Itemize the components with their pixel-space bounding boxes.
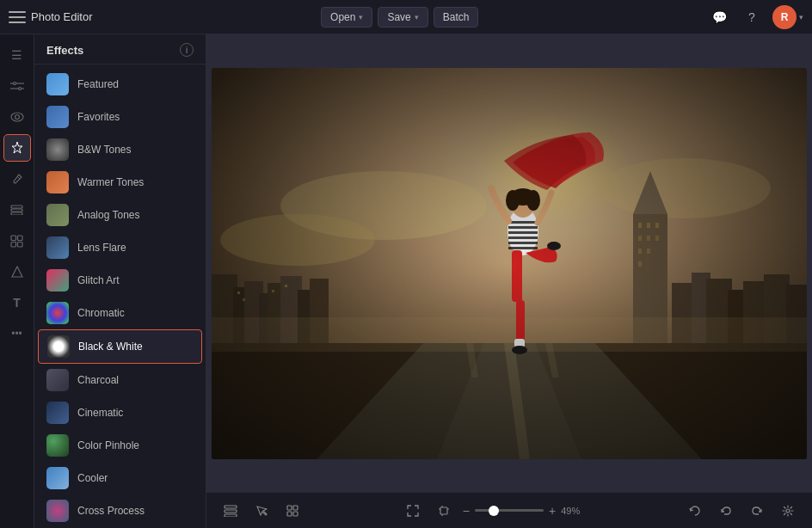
photo-canvas: [212, 68, 807, 459]
svg-point-3: [18, 88, 21, 90]
effect-name-lens-flare: Lens Flare: [77, 242, 126, 254]
canvas-main: [206, 34, 812, 492]
select-tool-button[interactable]: [249, 499, 274, 523]
svg-rect-82: [293, 506, 298, 510]
sidebar-item-text[interactable]: T: [3, 289, 31, 316]
sidebar-item-preview[interactable]: [3, 103, 31, 131]
svg-marker-16: [12, 267, 22, 277]
effect-name-analog-tones: Analog Tones: [77, 209, 140, 221]
user-avatar-wrapper[interactable]: R ▾: [772, 5, 803, 29]
objects-icon: [10, 235, 23, 248]
grid-view-button[interactable]: [280, 499, 304, 523]
svg-rect-14: [11, 242, 16, 247]
effect-item-cinematic[interactable]: Cinematic: [34, 396, 206, 429]
main-content: ☰: [0, 34, 812, 528]
photo-image: [212, 68, 807, 459]
sidebar-item-brush[interactable]: [3, 165, 31, 193]
svg-rect-10: [11, 209, 22, 212]
text-icon: T: [13, 296, 21, 310]
effect-icon-lens-flare: [46, 236, 69, 259]
toolbar-center: − + 49%: [401, 499, 587, 523]
topbar: Photo Editor Open ▾ Save ▾ Batch 💬 ? R ▾: [0, 0, 812, 34]
svg-rect-13: [18, 236, 23, 241]
open-button[interactable]: Open ▾: [321, 7, 372, 28]
fit-screen-button[interactable]: [401, 499, 425, 523]
menu-icon[interactable]: [9, 11, 26, 23]
chat-icon[interactable]: 💬: [707, 5, 731, 29]
effect-item-color-pinhole[interactable]: Color Pinhole: [34, 429, 206, 462]
open-chevron-icon: ▾: [359, 13, 363, 21]
effect-item-featured[interactable]: Featured: [34, 68, 206, 101]
effect-item-analog-tones[interactable]: Analog Tones: [34, 199, 206, 231]
effect-item-favorites[interactable]: Favorites: [34, 101, 206, 133]
shape-icon: [11, 266, 23, 278]
canvas-settings-button[interactable]: [776, 499, 800, 523]
zoom-slider[interactable]: [475, 509, 544, 512]
effect-name-cinematic: Cinematic: [77, 407, 123, 419]
svg-rect-12: [11, 236, 16, 241]
brush-icon: [11, 173, 23, 185]
effect-name-black-white: Black & White: [78, 341, 143, 353]
effect-icon-cinematic: [46, 402, 69, 424]
crop-button[interactable]: [432, 499, 456, 523]
avatar[interactable]: R: [772, 5, 797, 29]
adjustments-icon: [10, 79, 24, 93]
reset-button[interactable]: [683, 499, 707, 523]
effects-list: FeaturedFavoritesB&W TonesWarmer TonesAn…: [34, 64, 206, 528]
zoom-out-button[interactable]: −: [463, 504, 470, 518]
sidebar-item-shape[interactable]: [3, 258, 31, 285]
effect-icon-bw-tones: [46, 138, 69, 161]
effect-icon-analog-tones: [46, 204, 69, 226]
effect-name-glitch-art: Glitch Art: [77, 274, 120, 286]
effect-item-chromatic[interactable]: Chromatic: [34, 297, 206, 329]
save-button[interactable]: Save ▾: [378, 7, 428, 28]
sidebar-item-more[interactable]: •••: [3, 320, 31, 347]
sidebar-item-objects[interactable]: [3, 227, 31, 255]
more-icon: •••: [11, 328, 22, 340]
svg-point-90: [786, 509, 790, 513]
redo-button[interactable]: [745, 499, 769, 523]
svg-rect-77: [212, 68, 807, 459]
effect-icon-color-pinhole: [46, 434, 69, 457]
sidebar-item-effects[interactable]: [3, 134, 31, 162]
svg-rect-84: [293, 512, 298, 516]
info-icon[interactable]: i: [180, 43, 194, 57]
effect-icon-glitch-art: [46, 269, 69, 292]
svg-rect-81: [287, 506, 292, 510]
svg-rect-11: [11, 212, 22, 215]
svg-rect-83: [287, 512, 292, 516]
sidebar-item-layers[interactable]: [3, 196, 31, 224]
topbar-center: Open ▾ Save ▾ Batch: [93, 7, 707, 28]
undo-button[interactable]: [714, 499, 738, 523]
effect-name-featured: Featured: [77, 78, 119, 90]
effect-name-cross-process: Cross Process: [77, 505, 145, 517]
effect-name-bw-tones: B&W Tones: [77, 144, 131, 156]
help-icon[interactable]: ?: [740, 5, 764, 29]
effects-panel: Effects i FeaturedFavoritesB&W TonesWarm…: [34, 34, 206, 528]
effect-item-cooler[interactable]: Cooler: [34, 462, 206, 494]
sidebar-item-adjustments[interactable]: [3, 72, 31, 100]
svg-rect-85: [440, 507, 447, 514]
effect-item-bw-tones[interactable]: B&W Tones: [34, 133, 206, 166]
effect-name-warmer-tones: Warmer Tones: [77, 176, 144, 188]
svg-point-0: [13, 83, 15, 85]
effect-icon-black-white: [47, 335, 70, 358]
svg-rect-78: [225, 506, 237, 508]
topbar-right: 💬 ? R ▾: [707, 5, 803, 29]
layers-toggle-button[interactable]: [218, 499, 243, 523]
effect-item-charcoal[interactable]: Charcoal: [34, 364, 206, 396]
effect-item-black-white[interactable]: Black & White: [38, 329, 202, 364]
zoom-in-button[interactable]: +: [549, 504, 556, 518]
effect-item-warmer-tones[interactable]: Warmer Tones: [34, 166, 206, 199]
effect-item-cross-process[interactable]: Cross Process: [34, 494, 206, 527]
effect-name-charcoal: Charcoal: [77, 374, 119, 386]
save-chevron-icon: ▾: [415, 13, 419, 21]
sidebar-item-menu[interactable]: ☰: [3, 41, 31, 69]
svg-rect-9: [11, 206, 22, 208]
effect-item-glitch-art[interactable]: Glitch Art: [34, 264, 206, 297]
effect-item-lens-flare[interactable]: Lens Flare: [34, 231, 206, 264]
effect-name-favorites: Favorites: [77, 111, 120, 123]
batch-button[interactable]: Batch: [434, 7, 479, 28]
toolbar-left: [218, 499, 304, 523]
app-title: Photo Editor: [31, 10, 93, 23]
